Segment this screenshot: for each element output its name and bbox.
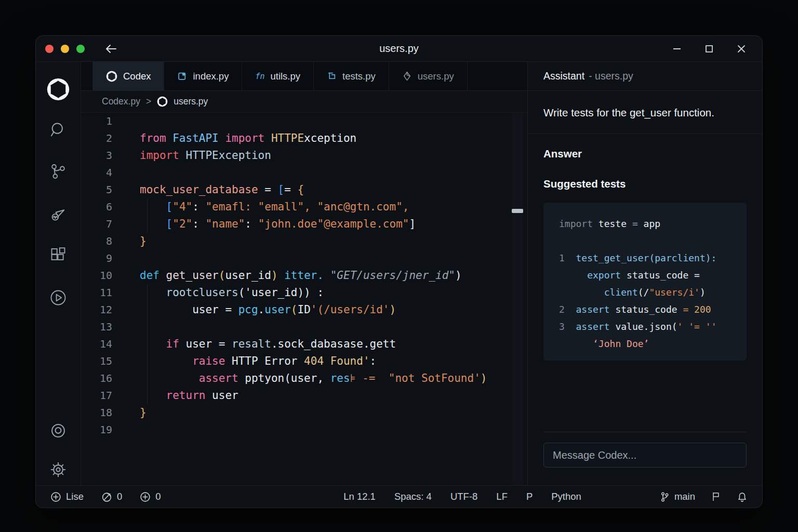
code-text: } (140, 233, 147, 250)
openai-logo-icon[interactable] (46, 77, 70, 101)
code-line[interactable]: 11 rootclusers('user_id)) : (81, 284, 527, 301)
status-right-group: main (659, 491, 748, 502)
code-text: return user (140, 387, 238, 404)
minimize-traffic-light[interactable] (61, 45, 69, 53)
settings-gear-icon[interactable] (49, 460, 68, 479)
code-line[interactable]: 2 assert status_code = 200 (559, 301, 741, 318)
code-line[interactable]: 19 (81, 421, 527, 438)
code-line[interactable]: 1 (81, 113, 527, 130)
plus-circle-icon (50, 491, 61, 502)
status-encoding[interactable]: UTF-8 (450, 491, 477, 502)
code-text: mock_user_database = [= { (140, 181, 304, 198)
code-line[interactable]: 17 return user (81, 387, 527, 404)
tab-users-py[interactable]: users.py (389, 62, 468, 90)
code-line[interactable]: 1 test_get_user(parclient): (559, 249, 741, 267)
assistant-divider (543, 432, 747, 432)
code-line[interactable] (559, 232, 741, 249)
code-text: if user = resalt.sock_dabasase.gett (140, 336, 396, 353)
line-number: 18 (81, 404, 112, 421)
code-line[interactable]: 8} (81, 233, 527, 250)
assistant-header: Assistant - users.py (528, 62, 762, 91)
code-line[interactable]: import teste = app (559, 215, 741, 232)
code-line[interactable]: client(/"users/i') (559, 284, 741, 301)
code-line[interactable]: 5mock_user_database = [= { (81, 181, 527, 198)
message-codex-input[interactable] (552, 449, 738, 462)
scrollbar-thumb[interactable] (512, 209, 523, 213)
code-line[interactable]: 15 raise HTTP Error 404 Found': (81, 353, 527, 370)
code-text: def get_user(user_id) itter. "GET/users/… (140, 267, 462, 284)
code-editor[interactable]: 12from FastAPI import HTTPException3impo… (81, 113, 527, 485)
code-text: export status_code = (559, 270, 700, 281)
code-line[interactable]: 10def get_user(user_id) itter. "GET/user… (81, 267, 527, 284)
bell-icon[interactable] (737, 491, 748, 502)
window-title: users.py (379, 43, 419, 55)
tab-label: users.py (418, 71, 454, 82)
status-errors-item[interactable]: 0 (101, 491, 122, 502)
code-line[interactable]: 6 ["4": "emafl: "emall", "anc@gtn.com", (81, 198, 527, 216)
beaker-icon (327, 71, 337, 81)
status-line-col[interactable]: Ln 12.1 (343, 491, 376, 502)
maximize-button[interactable] (704, 44, 714, 54)
editor-column: Codex index.py fn utils.py (81, 62, 527, 485)
minimize-button[interactable] (672, 44, 682, 54)
message-input-box[interactable] (543, 443, 747, 468)
code-line[interactable]: 7 ["2": "name": "john.doe"@example.com"] (81, 216, 527, 233)
status-warnings-item[interactable]: 0 (140, 491, 161, 502)
status-language[interactable]: Python (551, 491, 581, 502)
plus-circle-icon (140, 491, 151, 502)
code-line[interactable]: export status_code = (559, 267, 741, 284)
code-line[interactable]: 14 if user = resalt.sock_dabasase.gett (81, 336, 527, 353)
editor-scrollbar[interactable] (512, 113, 523, 485)
assistant-footer (528, 432, 762, 485)
close-button[interactable] (736, 44, 747, 54)
breadcrumb-folder[interactable]: Codex.py (102, 96, 140, 107)
back-arrow-icon (104, 43, 118, 55)
run-circle-icon[interactable] (49, 288, 68, 307)
assistant-file: - users.py (589, 70, 633, 82)
status-live-item[interactable]: Lise (50, 491, 84, 502)
line-number: 17 (81, 387, 112, 404)
tab-utils-py[interactable]: fn utils.py (242, 62, 314, 90)
code-line[interactable]: 2from FastAPI import HTTPException (81, 130, 527, 147)
search-icon[interactable] (49, 121, 67, 139)
zoom-traffic-light[interactable] (76, 45, 85, 53)
extensions-icon[interactable] (49, 247, 67, 264)
code-line[interactable]: 3import HTTPException (81, 147, 527, 164)
code-line[interactable]: ‘John Doe’ (559, 335, 741, 352)
line-number: 1 (81, 113, 112, 130)
flag-icon[interactable] (711, 491, 721, 502)
code-line[interactable]: 13 (81, 318, 527, 336)
code-text: ‘John Doe’ (559, 338, 649, 349)
status-p[interactable]: P (526, 491, 533, 502)
code-line[interactable]: 4 (81, 164, 527, 181)
suggested-tests-code-block: import teste = app1 test_get_user(parcli… (543, 203, 747, 361)
titlebar: users.py (36, 36, 762, 62)
status-warnings-count: 0 (155, 491, 161, 502)
line-number: 2 (81, 130, 112, 147)
tab-tests-py[interactable]: tests.py (314, 62, 389, 90)
git-branch-item[interactable]: main (659, 491, 695, 502)
code-line[interactable]: 9 (81, 250, 527, 267)
status-spaces[interactable]: Spacs: 4 (394, 491, 432, 502)
line-number: 14 (81, 336, 112, 353)
code-line[interactable]: 16 assert pptyon(user, res⊧ -= "not SotF… (81, 370, 527, 387)
git-branch-label: main (674, 491, 695, 502)
status-eol[interactable]: LF (496, 491, 508, 502)
code-line[interactable]: 18} (81, 404, 527, 421)
diamond-icon (402, 71, 412, 81)
run-debug-icon[interactable] (49, 204, 68, 223)
tab-index-py[interactable]: index.py (164, 62, 242, 90)
close-traffic-light[interactable] (45, 45, 54, 53)
file-icon (177, 71, 187, 81)
code-line[interactable]: 3 assert value.json(' '= '' (559, 318, 741, 335)
code-text: raise HTTP Error 404 Found': (140, 353, 376, 370)
code-line[interactable]: 12 user = pcg.user(ID'(/users/id') (81, 301, 527, 318)
target-icon[interactable] (49, 422, 67, 440)
source-control-icon[interactable] (49, 163, 67, 180)
line-number: 9 (81, 250, 112, 267)
code-text: 2 assert status_code = 200 (559, 304, 711, 315)
breadcrumb-file[interactable]: users.py (174, 96, 208, 107)
tab-codex[interactable]: Codex (92, 62, 164, 90)
back-button[interactable] (104, 43, 118, 55)
breadcrumb[interactable]: Codex.py > users.py (81, 91, 527, 113)
